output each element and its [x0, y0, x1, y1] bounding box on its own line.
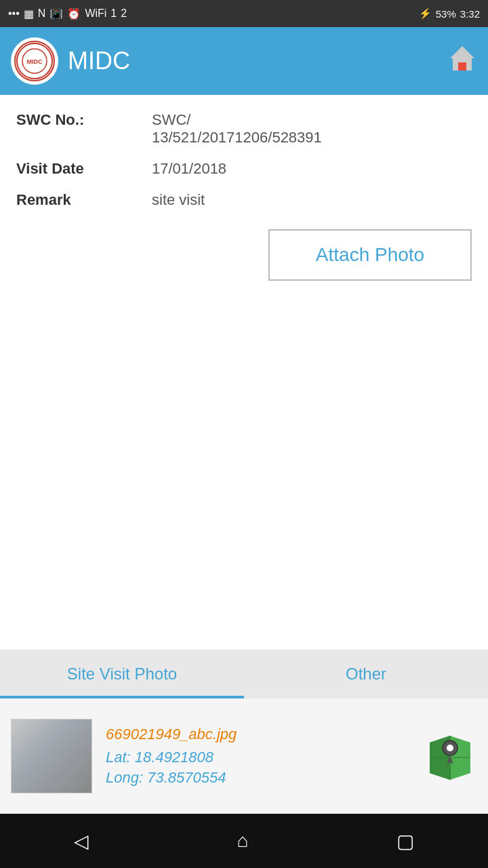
- tab-site-visit-photo[interactable]: Site Visit Photo: [0, 650, 244, 698]
- logo-inner: MIDC: [14, 41, 55, 81]
- app-logo: MIDC: [11, 37, 58, 85]
- recent-apps-button[interactable]: ▢: [376, 823, 434, 859]
- app-title: MIDC: [68, 47, 130, 75]
- status-bar: ••• ▦ N 📳 ⏰ WiFi 1 2 ⚡ 53% 3:32: [0, 0, 488, 27]
- attach-photo-button[interactable]: Attach Photo: [268, 229, 472, 281]
- sim-icon: ▦: [24, 7, 34, 20]
- status-left-icons: ••• ▦ N 📳 ⏰ WiFi 1 2: [8, 7, 127, 20]
- photo-tabs: Site Visit Photo Other: [0, 650, 488, 698]
- nfc-icon: N: [38, 7, 46, 20]
- header-left: MIDC MIDC: [11, 37, 130, 85]
- battery-icon: ⚡: [419, 7, 432, 20]
- photo-thumbnail[interactable]: [11, 719, 92, 793]
- svg-text:MIDC: MIDC: [27, 58, 43, 65]
- main-content: SWC No.: SWC/13/521/20171206/528391 Visi…: [0, 95, 488, 650]
- bottom-nav: ◁ ⌂ ▢: [0, 814, 488, 868]
- visit-date-label: Visit Date: [16, 160, 152, 178]
- photo-long: Long: 73.8570554: [106, 769, 409, 787]
- app-header: MIDC MIDC: [0, 27, 488, 95]
- wifi-icon: WiFi: [85, 7, 106, 20]
- status-right-icons: ⚡ 53% 3:32: [419, 7, 480, 20]
- alarm-icon: ⏰: [67, 7, 81, 20]
- remark-row: Remark site visit: [16, 191, 472, 209]
- svg-point-10: [447, 745, 453, 751]
- visit-date-row: Visit Date 17/01/2018: [16, 160, 472, 178]
- photo-filename[interactable]: 669021949_abc.jpg: [106, 726, 409, 743]
- swc-label: SWC No.:: [16, 111, 152, 129]
- remark-value: site visit: [152, 191, 205, 209]
- map-icon-container[interactable]: [423, 729, 477, 783]
- photo-list: 669021949_abc.jpg Lat: 18.4921808 Long: …: [0, 698, 488, 814]
- dots-icon: •••: [8, 7, 20, 20]
- svg-rect-4: [458, 62, 466, 71]
- time-display: 3:32: [460, 8, 480, 20]
- battery-percent: 53%: [436, 8, 456, 20]
- visit-date-value: 17/01/2018: [152, 160, 226, 178]
- swc-value: SWC/13/521/20171206/528391: [152, 111, 322, 146]
- remark-label: Remark: [16, 191, 152, 209]
- map-pin-icon: [426, 729, 474, 783]
- attach-btn-container: Attach Photo: [16, 229, 472, 281]
- vibrate-icon: 📳: [49, 7, 63, 20]
- tab-other[interactable]: Other: [244, 650, 488, 698]
- signal1-icon: 1: [110, 7, 117, 20]
- home-button[interactable]: ⌂: [217, 823, 269, 859]
- photo-item: 669021949_abc.jpg Lat: 18.4921808 Long: …: [11, 712, 477, 800]
- photo-lat: Lat: 18.4921808: [106, 749, 409, 766]
- photo-info: 669021949_abc.jpg Lat: 18.4921808 Long: …: [106, 726, 409, 787]
- home-icon[interactable]: [447, 43, 477, 79]
- back-button[interactable]: ◁: [54, 823, 109, 859]
- swc-row: SWC No.: SWC/13/521/20171206/528391: [16, 111, 472, 146]
- signal2-icon: 2: [121, 7, 127, 20]
